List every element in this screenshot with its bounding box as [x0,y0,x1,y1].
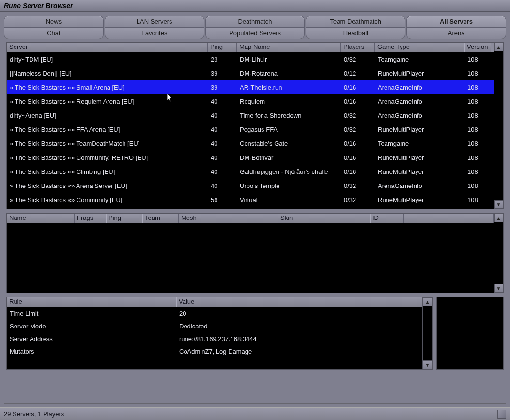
rule-rows[interactable]: Time Limit20Server ModeDedicatedServer A… [7,307,422,369]
tab-headball[interactable]: Headball [306,27,405,39]
cell: 40 [208,112,237,119]
server-row[interactable]: » The Sick Bastards «» Arena Server [EU]… [7,179,494,193]
tab-news[interactable]: News [4,16,104,28]
cell: 0/32 [341,182,375,189]
col-version[interactable]: Version [464,43,491,52]
cell: 0/16 [341,140,375,147]
col-name[interactable]: Name [7,214,75,223]
content-frame: Server Ping Map Name Players Game Type V… [4,40,506,404]
server-rows[interactable]: dirty~TDM [EU]23DM-Lihuir0/32Teamgame108… [7,52,494,209]
scroll-track[interactable] [423,306,432,360]
tab-row-bottom: Chat Favorites Populated Servers Headbal… [4,27,506,39]
tab-lan-servers[interactable]: LAN Servers [105,16,204,28]
cell: 40 [208,182,237,189]
server-row[interactable]: » The Sick Bastards «» Requiem Arena [EU… [7,94,494,109]
col-server[interactable]: Server [7,43,208,52]
window-title: Rune Server Browser [4,2,73,10]
server-row[interactable]: » The Sick Bastards «» Small Arena [EU]3… [7,80,494,94]
scroll-up-icon[interactable]: ▲ [494,214,503,222]
player-list-headers: Name Frags Ping Team Mesh Skin ID [7,214,494,223]
title-bar: Rune Server Browser [0,0,510,12]
col-player-ping[interactable]: Ping [106,214,142,223]
col-extra[interactable] [404,214,494,223]
cell: » The Sick Bastards «» Small Arena [EU] [7,84,208,91]
player-scrollbar[interactable]: ▲ ▼ [494,214,503,293]
tab-all-servers[interactable]: All Servers [406,16,506,28]
col-value[interactable]: Value [176,297,422,307]
tab-populated-servers[interactable]: Populated Servers [205,27,305,39]
cell: 108 [464,84,491,91]
col-id[interactable]: ID [370,214,404,223]
scroll-down-icon[interactable]: ▼ [494,284,503,293]
scroll-track[interactable] [494,51,503,200]
rules-headers: Rule Value [7,297,422,307]
cell: 108 [464,182,491,189]
rule-value: rune://81.169.237.168:3444 [176,335,422,342]
rules-panel: Rule Value Time Limit20Server ModeDedica… [6,297,433,370]
cell: Time for a Shoredown [237,112,341,119]
cell: 0/16 [341,168,375,175]
tab-chat[interactable]: Chat [4,27,104,39]
col-team[interactable]: Team [142,214,179,223]
rule-row[interactable]: Time Limit20 [7,307,422,320]
col-mesh[interactable]: Mesh [179,214,278,223]
scroll-down-icon[interactable]: ▼ [494,200,503,209]
server-row[interactable]: » The Sick Bastards «» Community [EU]56V… [7,193,494,207]
rule-name: Server Mode [7,323,176,330]
cell: Teamgame [375,140,464,147]
server-row[interactable]: » The Sick Bastards «» TeamDeathMatch [E… [7,137,494,151]
server-row[interactable]: » The Sick Bastards «» FFA Arena [EU]40P… [7,123,494,137]
rule-name: Time Limit [7,310,176,317]
cell: Urpo's Temple [237,182,341,189]
tab-team-deathmatch[interactable]: Team Deathmatch [306,16,405,28]
rule-name: Server Address [7,335,176,342]
cell: 108 [464,140,491,147]
cell: Pegasus FFA [237,126,341,133]
cell: ArenaGameInfo [375,182,464,189]
server-scrollbar[interactable]: ▲ ▼ [494,43,503,209]
cell: 108 [464,126,491,133]
cell: 108 [464,154,491,161]
col-frags[interactable]: Frags [75,214,106,223]
cell: Galdhøpiggen - Njöråur's challe [237,168,341,175]
scroll-track[interactable] [494,222,503,284]
cell: Virtual [237,196,341,203]
rule-row[interactable]: Server ModeDedicated [7,320,422,332]
cell: 40 [208,98,237,105]
scroll-up-icon[interactable]: ▲ [423,297,432,306]
cell: 40 [208,154,237,161]
cell: 108 [464,56,491,63]
rule-value: Dedicated [176,323,422,330]
cell: 108 [464,112,491,119]
rules-row: Rule Value Time Limit20Server ModeDedica… [6,297,504,370]
tab-favorites[interactable]: Favorites [105,27,204,39]
server-row[interactable]: dirty~TDM [EU]23DM-Lihuir0/32Teamgame108 [7,52,494,66]
server-row[interactable]: ||Nameless Den|| [EU]39DM-Rotarena0/12Ru… [7,66,494,80]
server-row[interactable]: » The Sick Bastards «» Climbing [EU]40Ga… [7,165,494,179]
cell: AR-TheIsle.run [237,84,341,91]
cell: » The Sick Bastards «» FFA Arena [EU] [7,126,208,133]
resize-grip-icon[interactable] [497,410,506,419]
col-map[interactable]: Map Name [237,43,341,52]
col-game-type[interactable]: Game Type [375,43,464,52]
col-rule[interactable]: Rule [7,297,176,307]
col-ping[interactable]: Ping [208,43,237,52]
col-players[interactable]: Players [341,43,375,52]
cell: dirty~Arena [EU] [7,112,208,119]
tab-row-top: News LAN Servers Deathmatch Team Deathma… [4,16,506,28]
tab-deathmatch[interactable]: Deathmatch [205,16,305,28]
server-row[interactable]: » The Sick Bastards «» Community: RETRO … [7,151,494,165]
rule-row[interactable]: Server Addressrune://81.169.237.168:3444 [7,332,422,345]
col-skin[interactable]: Skin [278,214,370,223]
server-row[interactable]: dirty~Arena [EU]40Time for a Shoredown0/… [7,109,494,123]
rules-scrollbar[interactable]: ▲ ▼ [422,297,432,369]
tab-arena[interactable]: Arena [406,27,506,39]
scroll-down-icon[interactable]: ▼ [423,360,432,369]
cell: 0/32 [341,196,375,203]
cell: DM-Bothvar [237,154,341,161]
cell: 23 [208,56,237,63]
cell: 0/16 [341,154,375,161]
rule-row[interactable]: MutatorsCoAdminZ7, Log Damage [7,345,422,358]
player-rows[interactable] [7,223,494,293]
scroll-up-icon[interactable]: ▲ [494,43,503,51]
